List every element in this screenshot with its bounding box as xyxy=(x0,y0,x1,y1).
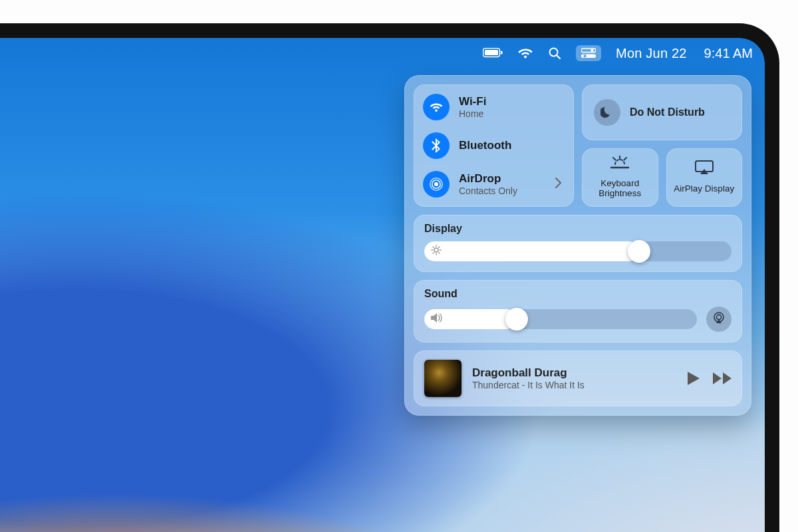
battery-icon[interactable] xyxy=(483,48,503,59)
audio-output-button[interactable] xyxy=(706,307,732,332)
menubar-time[interactable]: 9:41 AM xyxy=(704,46,753,61)
display-section-title: Display xyxy=(424,223,732,235)
mini-controls-row: Keyboard Brightness AirPlay Display xyxy=(582,148,742,207)
svg-line-13 xyxy=(613,158,616,160)
wifi-icon[interactable] xyxy=(517,47,533,59)
chevron-right-icon[interactable] xyxy=(555,178,562,191)
now-playing-artist: Thundercat - It Is What It Is xyxy=(472,380,677,390)
svg-point-17 xyxy=(434,248,438,252)
svg-rect-2 xyxy=(501,51,503,55)
svg-line-22 xyxy=(433,247,434,247)
airdrop-toggle[interactable]: AirDrop Contacts Only xyxy=(423,171,565,198)
next-track-button[interactable] xyxy=(713,372,732,384)
sound-section-title: Sound xyxy=(424,288,732,300)
wifi-icon xyxy=(423,94,450,120)
svg-rect-1 xyxy=(485,50,498,55)
svg-point-9 xyxy=(434,182,438,186)
airplay-display-label: AirPlay Display xyxy=(674,184,734,194)
control-center-icon[interactable] xyxy=(576,45,601,61)
control-center-panel: Wi-Fi Home Bluetooth xyxy=(404,75,751,416)
keyboard-brightness-label: Keyboard Brightness xyxy=(586,178,654,199)
svg-line-23 xyxy=(439,253,440,253)
speaker-icon xyxy=(431,313,443,326)
airplay-icon xyxy=(694,160,714,178)
screen-outer: Mon Jun 22 9:41 AM Wi-Fi Home xyxy=(0,38,765,532)
display-brightness-tile: Display xyxy=(414,215,742,272)
wifi-label: Wi-Fi xyxy=(459,95,486,108)
connectivity-tile: Wi-Fi Home Bluetooth xyxy=(414,84,574,207)
airdrop-icon xyxy=(423,171,450,198)
do-not-disturb-toggle[interactable]: Do Not Disturb xyxy=(582,84,742,140)
airdrop-label: AirDrop xyxy=(459,172,517,186)
play-button[interactable] xyxy=(688,372,700,385)
svg-line-4 xyxy=(557,55,560,59)
menu-bar: Mon Jun 22 9:41 AM xyxy=(0,38,765,68)
now-playing-title: Dragonball Durag xyxy=(472,366,677,380)
sun-icon xyxy=(431,245,442,258)
wifi-toggle[interactable]: Wi-Fi Home xyxy=(423,94,565,120)
airplay-display-button[interactable]: AirPlay Display xyxy=(666,148,743,207)
moon-icon xyxy=(594,99,620,126)
wifi-network-name: Home xyxy=(459,108,486,120)
now-playing-tile[interactable]: Dragonball Durag Thundercat - It Is What… xyxy=(414,350,742,406)
keyboard-brightness-icon xyxy=(608,156,631,173)
airdrop-status: Contacts Only xyxy=(459,186,517,197)
display-brightness-slider[interactable] xyxy=(424,241,732,261)
bluetooth-label: Bluetooth xyxy=(459,139,511,152)
svg-line-25 xyxy=(439,247,440,247)
svg-point-8 xyxy=(583,55,586,57)
svg-line-24 xyxy=(433,253,434,253)
svg-rect-5 xyxy=(581,49,596,53)
album-art xyxy=(424,360,462,397)
sound-volume-slider[interactable] xyxy=(424,309,697,329)
keyboard-brightness-button[interactable]: Keyboard Brightness xyxy=(582,148,658,207)
laptop-bezel: Mon Jun 22 9:41 AM Wi-Fi Home xyxy=(0,23,779,532)
spotlight-search-icon[interactable] xyxy=(548,47,561,60)
svg-line-14 xyxy=(624,158,627,160)
airplay-audio-icon xyxy=(712,311,726,327)
bluetooth-icon xyxy=(423,132,450,159)
bluetooth-toggle[interactable]: Bluetooth xyxy=(423,132,565,159)
dnd-label: Do Not Disturb xyxy=(630,106,705,118)
svg-point-6 xyxy=(591,49,593,52)
menubar-date[interactable]: Mon Jun 22 xyxy=(616,46,687,61)
svg-rect-7 xyxy=(581,55,596,59)
svg-point-27 xyxy=(716,315,721,319)
sound-tile: Sound xyxy=(414,280,742,342)
screen: Mon Jun 22 9:41 AM Wi-Fi Home xyxy=(0,38,765,532)
